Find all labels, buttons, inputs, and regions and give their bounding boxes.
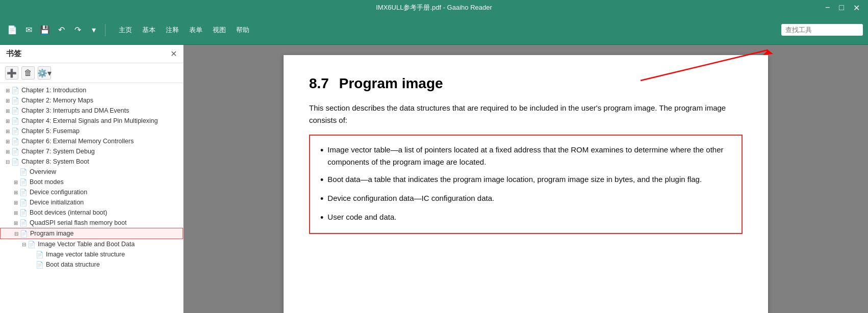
menu-view[interactable]: 视图	[208, 23, 231, 37]
menu-home[interactable]: 主页	[114, 23, 137, 37]
window-controls[interactable]: − □ ✕	[822, 3, 863, 13]
expander-ivt[interactable]: ⊟	[20, 241, 28, 248]
email-icon[interactable]: ✉	[21, 23, 36, 37]
tree-item-ivt-struct[interactable]: ▶ 📄 Image vector table structure	[0, 249, 183, 259]
tree-item-overview[interactable]: ▶ 📄 Overview	[0, 167, 183, 177]
bookmark-icon-overview: 📄	[19, 168, 28, 175]
ivt-struct-label: Image vector table structure	[46, 251, 125, 258]
tree-item-devinit[interactable]: ⊞ 📄 Device initialization	[0, 197, 183, 207]
tree-item-ch2[interactable]: ⊞ 📄 Chapter 2: Memory Maps	[0, 95, 183, 106]
tree-item-ch7[interactable]: ⊞ 📄 Chapter 7: System Debug	[0, 146, 183, 156]
tree-item-ch4[interactable]: ⊞ 📄 Chapter 4: External Signals and Pin …	[0, 116, 183, 126]
tree-item-progimage[interactable]: ⊟ 📄 Program image	[0, 228, 183, 239]
quadspi-label: QuadSPI serial flash memory boot	[30, 219, 126, 226]
close-button[interactable]: ✕	[850, 3, 863, 13]
settings-bookmark-button[interactable]: ⚙️▾	[38, 66, 51, 80]
tree-item-ch5[interactable]: ⊞ 📄 Chapter 5: Fusemap	[0, 126, 183, 136]
menu-form[interactable]: 表单	[184, 23, 208, 37]
expander-bootdev[interactable]: ⊞	[12, 209, 19, 216]
expander-devinit[interactable]: ⊞	[12, 199, 19, 206]
section-heading: Program image	[339, 75, 443, 91]
tree-item-devconfig[interactable]: ⊞ 📄 Device configuration	[0, 187, 183, 197]
bookmark-icon-progimage: 📄	[20, 230, 28, 237]
svg-marker-1	[763, 50, 773, 55]
ch7-label: Chapter 7: System Debug	[21, 148, 95, 155]
add-bookmark-button[interactable]: ➕	[5, 66, 18, 80]
expander-ch7[interactable]: ⊞	[4, 148, 11, 155]
new-icon[interactable]: 📄	[5, 23, 19, 37]
minimize-button[interactable]: −	[822, 3, 833, 13]
expander-ch1[interactable]: ⊞	[4, 87, 11, 94]
tree-item-ch8[interactable]: ⊟ 📄 Chapter 8: System Boot	[0, 156, 183, 167]
tree-item-ch6[interactable]: ⊞ 📄 Chapter 6: External Memory Controlle…	[0, 136, 183, 146]
search-input[interactable]	[781, 24, 863, 36]
bookmark-icon-ch7: 📄	[11, 148, 19, 155]
ch2-label: Chapter 2: Memory Maps	[21, 97, 93, 104]
bookmark-icon-ivt-struct: 📄	[36, 251, 44, 258]
redo-icon[interactable]: ↷	[70, 23, 85, 37]
sidebar-close-button[interactable]: ✕	[170, 49, 177, 59]
more-icon[interactable]: ▾	[87, 23, 101, 37]
tree-item-ch3[interactable]: ⊞ 📄 Chapter 3: Interrupts and DMA Events	[0, 106, 183, 116]
intro-paragraph: This section describes the data structur…	[309, 102, 743, 126]
progimage-label: Program image	[30, 230, 73, 237]
bullet-dot-4: •	[320, 211, 323, 225]
bootmodes-label: Boot modes	[30, 178, 64, 186]
ch5-label: Chapter 5: Fusemap	[21, 127, 80, 135]
bookmark-icon-quadspi: 📄	[19, 219, 28, 226]
bullet-item-1: • Image vector table—a list of pointers …	[320, 144, 731, 168]
menu-help[interactable]: 帮助	[231, 23, 254, 37]
ch3-label: Chapter 3: Interrupts and DMA Events	[21, 107, 129, 114]
title-bar: IMX6ULL参考手册.pdf - Gaaiho Reader − □ ✕	[0, 0, 868, 15]
save-icon[interactable]: 💾	[38, 23, 52, 37]
expander-ch8[interactable]: ⊟	[4, 158, 11, 165]
bullet-text-4: User code and data.	[327, 211, 396, 223]
overview-label: Overview	[30, 168, 56, 175]
expander-ch4[interactable]: ⊞	[4, 117, 11, 124]
devconfig-label: Device configuration	[30, 189, 87, 196]
bookmark-icon-bootmodes: 📄	[19, 178, 28, 186]
toolbar-separator	[105, 24, 106, 36]
bullet-dot-2: •	[320, 173, 323, 187]
bullet-text-2: Boot data—a table that indicates the pro…	[327, 173, 702, 186]
expander-devconfig[interactable]: ⊞	[12, 189, 19, 196]
bootdev-label: Boot devices (internal boot)	[30, 209, 107, 216]
expander-bootmodes[interactable]: ⊞	[12, 178, 19, 186]
delete-bookmark-button[interactable]: 🗑	[21, 66, 35, 80]
pdf-page: 8.7 Program image This section describes…	[284, 55, 768, 313]
ch6-label: Chapter 6: External Memory Controllers	[21, 138, 134, 145]
tree-item-boot-struct[interactable]: ▶ 📄 Boot data structure	[0, 259, 183, 270]
section-title: 8.7 Program image	[309, 75, 743, 92]
menu-bar: 主页 基本 注释 表单 视图 帮助	[114, 23, 254, 37]
expander-ch3[interactable]: ⊞	[4, 107, 11, 114]
bullet-dot-3: •	[320, 192, 323, 206]
content-area: 8.7 Program image This section describes…	[184, 45, 868, 313]
undo-icon[interactable]: ↶	[54, 23, 68, 37]
main-area: 书签 ✕ ➕ 🗑 ⚙️▾ ⊞ 📄 Chapter 1: Introduction…	[0, 45, 868, 313]
ch4-label: Chapter 4: External Signals and Pin Mult…	[21, 117, 158, 124]
bookmark-icon-devconfig: 📄	[19, 189, 28, 196]
tree-item-ivt[interactable]: ⊟ 📄 Image Vector Table and Boot Data	[0, 239, 183, 249]
bookmark-tree: ⊞ 📄 Chapter 1: Introduction ⊞ 📄 Chapter …	[0, 83, 183, 313]
toolbar-right	[781, 24, 863, 36]
expander-quadspi[interactable]: ⊞	[12, 219, 19, 226]
bullet-dot-1: •	[320, 144, 323, 158]
tree-item-quadspi[interactable]: ⊞ 📄 QuadSPI serial flash memory boot	[0, 218, 183, 228]
tree-item-bootmodes[interactable]: ⊞ 📄 Boot modes	[0, 177, 183, 187]
expander-ch6[interactable]: ⊞	[4, 138, 11, 145]
menu-basic[interactable]: 基本	[137, 23, 161, 37]
menu-annotate[interactable]: 注释	[161, 23, 184, 37]
ch1-label: Chapter 1: Introduction	[21, 87, 86, 94]
sidebar-title: 书签	[6, 49, 21, 59]
expander-ch5[interactable]: ⊞	[4, 127, 11, 135]
expander-ch2[interactable]: ⊞	[4, 97, 11, 104]
bullet-item-4: • User code and data.	[320, 211, 731, 225]
tree-item-bootdev[interactable]: ⊞ 📄 Boot devices (internal boot)	[0, 207, 183, 218]
ivt-label: Image Vector Table and Boot Data	[38, 241, 135, 248]
maximize-button[interactable]: □	[836, 3, 847, 13]
tree-item-ch1[interactable]: ⊞ 📄 Chapter 1: Introduction	[0, 85, 183, 95]
window-title: IMX6ULL参考手册.pdf - Gaaiho Reader	[0, 3, 868, 12]
bookmark-icon-ch3: 📄	[11, 107, 19, 114]
sidebar-toolbar: ➕ 🗑 ⚙️▾	[0, 63, 183, 83]
expander-progimage[interactable]: ⊟	[13, 230, 20, 237]
